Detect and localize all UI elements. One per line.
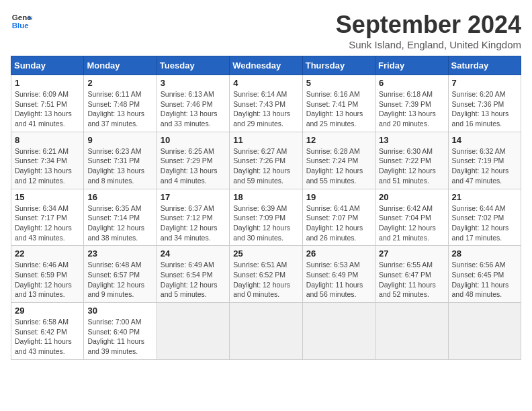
- weekday-header-saturday: Saturday: [448, 56, 521, 75]
- day-number: 18: [233, 192, 298, 202]
- day-info: Sunrise: 6:21 AM Sunset: 7:34 PM Dayligh…: [15, 146, 80, 186]
- calendar-cell: 15Sunrise: 6:34 AM Sunset: 7:17 PM Dayli…: [11, 189, 84, 246]
- day-number: 17: [161, 192, 226, 202]
- calendar-cell: 11Sunrise: 6:27 AM Sunset: 7:26 PM Dayli…: [230, 132, 302, 189]
- page-header: General Blue September 2024 Sunk Island,…: [11, 11, 521, 50]
- calendar-cell: 14Sunrise: 6:32 AM Sunset: 7:19 PM Dayli…: [448, 132, 521, 189]
- calendar-cell: 5Sunrise: 6:16 AM Sunset: 7:41 PM Daylig…: [302, 75, 375, 132]
- calendar-cell: 24Sunrise: 6:49 AM Sunset: 6:54 PM Dayli…: [157, 246, 229, 303]
- day-info: Sunrise: 6:09 AM Sunset: 7:51 PM Dayligh…: [15, 89, 80, 129]
- calendar-cell: 19Sunrise: 6:41 AM Sunset: 7:07 PM Dayli…: [302, 189, 375, 246]
- day-info: Sunrise: 6:23 AM Sunset: 7:31 PM Dayligh…: [87, 146, 152, 186]
- day-number: 11: [233, 135, 298, 145]
- day-info: Sunrise: 6:34 AM Sunset: 7:17 PM Dayligh…: [15, 203, 80, 243]
- calendar-cell: 1Sunrise: 6:09 AM Sunset: 7:51 PM Daylig…: [11, 75, 84, 132]
- weekday-header-monday: Monday: [84, 56, 157, 75]
- day-info: Sunrise: 6:14 AM Sunset: 7:43 PM Dayligh…: [233, 89, 298, 129]
- day-number: 5: [306, 78, 371, 88]
- calendar-cell: [157, 303, 229, 360]
- calendar-cell: 10Sunrise: 6:25 AM Sunset: 7:29 PM Dayli…: [157, 132, 229, 189]
- day-number: 12: [306, 135, 371, 145]
- day-number: 24: [161, 248, 226, 259]
- calendar-cell: 18Sunrise: 6:39 AM Sunset: 7:09 PM Dayli…: [230, 189, 302, 246]
- day-number: 7: [452, 78, 517, 88]
- day-info: Sunrise: 6:28 AM Sunset: 7:24 PM Dayligh…: [306, 146, 371, 186]
- day-info: Sunrise: 6:49 AM Sunset: 6:54 PM Dayligh…: [161, 260, 226, 300]
- calendar-cell: 20Sunrise: 6:42 AM Sunset: 7:04 PM Dayli…: [375, 189, 448, 246]
- calendar-cell: 4Sunrise: 6:14 AM Sunset: 7:43 PM Daylig…: [230, 75, 302, 132]
- title-block: September 2024 Sunk Island, England, Uni…: [336, 11, 521, 50]
- day-info: Sunrise: 6:51 AM Sunset: 6:52 PM Dayligh…: [233, 260, 298, 300]
- day-info: Sunrise: 6:13 AM Sunset: 7:46 PM Dayligh…: [161, 89, 226, 129]
- day-number: 20: [379, 192, 444, 202]
- calendar-week-4: 22Sunrise: 6:46 AM Sunset: 6:59 PM Dayli…: [11, 246, 521, 303]
- day-number: 25: [233, 248, 298, 259]
- day-number: 6: [379, 78, 444, 88]
- calendar-week-2: 8Sunrise: 6:21 AM Sunset: 7:34 PM Daylig…: [11, 132, 521, 189]
- day-number: 15: [15, 192, 80, 202]
- day-info: Sunrise: 6:56 AM Sunset: 6:45 PM Dayligh…: [452, 260, 517, 300]
- calendar-week-1: 1Sunrise: 6:09 AM Sunset: 7:51 PM Daylig…: [11, 75, 521, 132]
- calendar-cell: 28Sunrise: 6:56 AM Sunset: 6:45 PM Dayli…: [448, 246, 521, 303]
- weekday-header-row: SundayMondayTuesdayWednesdayThursdayFrid…: [11, 56, 521, 75]
- day-number: 30: [87, 306, 152, 316]
- calendar-cell: 26Sunrise: 6:53 AM Sunset: 6:49 PM Dayli…: [302, 246, 375, 303]
- day-number: 1: [15, 78, 80, 88]
- day-info: Sunrise: 6:41 AM Sunset: 7:07 PM Dayligh…: [306, 203, 371, 243]
- calendar-cell: [230, 303, 302, 360]
- day-info: Sunrise: 6:44 AM Sunset: 7:02 PM Dayligh…: [452, 203, 517, 243]
- calendar-cell: 13Sunrise: 6:30 AM Sunset: 7:22 PM Dayli…: [375, 132, 448, 189]
- calendar-cell: 2Sunrise: 6:11 AM Sunset: 7:48 PM Daylig…: [84, 75, 157, 132]
- logo-icon: General Blue: [11, 11, 32, 32]
- day-number: 23: [87, 248, 152, 259]
- weekday-header-sunday: Sunday: [11, 56, 84, 75]
- day-info: Sunrise: 6:35 AM Sunset: 7:14 PM Dayligh…: [87, 203, 152, 243]
- day-number: 2: [87, 78, 152, 88]
- calendar-cell: 23Sunrise: 6:48 AM Sunset: 6:57 PM Dayli…: [84, 246, 157, 303]
- logo: General Blue: [11, 11, 32, 32]
- day-info: Sunrise: 6:20 AM Sunset: 7:36 PM Dayligh…: [452, 89, 517, 129]
- calendar-cell: [302, 303, 375, 360]
- day-number: 26: [306, 248, 371, 259]
- day-info: Sunrise: 6:46 AM Sunset: 6:59 PM Dayligh…: [15, 260, 80, 300]
- day-info: Sunrise: 7:00 AM Sunset: 6:40 PM Dayligh…: [87, 317, 152, 357]
- weekday-header-wednesday: Wednesday: [230, 56, 302, 75]
- day-info: Sunrise: 6:39 AM Sunset: 7:09 PM Dayligh…: [233, 203, 298, 243]
- day-number: 8: [15, 135, 80, 145]
- calendar-cell: 16Sunrise: 6:35 AM Sunset: 7:14 PM Dayli…: [84, 189, 157, 246]
- day-number: 28: [452, 248, 517, 259]
- calendar-week-3: 15Sunrise: 6:34 AM Sunset: 7:17 PM Dayli…: [11, 189, 521, 246]
- weekday-header-thursday: Thursday: [302, 56, 375, 75]
- day-info: Sunrise: 6:30 AM Sunset: 7:22 PM Dayligh…: [379, 146, 444, 186]
- calendar-cell: 3Sunrise: 6:13 AM Sunset: 7:46 PM Daylig…: [157, 75, 229, 132]
- calendar-cell: 22Sunrise: 6:46 AM Sunset: 6:59 PM Dayli…: [11, 246, 84, 303]
- day-info: Sunrise: 6:58 AM Sunset: 6:42 PM Dayligh…: [15, 317, 80, 357]
- month-title: September 2024: [336, 11, 521, 39]
- location-subtitle: Sunk Island, England, United Kingdom: [336, 39, 521, 50]
- calendar-cell: 9Sunrise: 6:23 AM Sunset: 7:31 PM Daylig…: [84, 132, 157, 189]
- svg-text:Blue: Blue: [12, 21, 30, 30]
- calendar-cell: 25Sunrise: 6:51 AM Sunset: 6:52 PM Dayli…: [230, 246, 302, 303]
- calendar-cell: 21Sunrise: 6:44 AM Sunset: 7:02 PM Dayli…: [448, 189, 521, 246]
- calendar-cell: 30Sunrise: 7:00 AM Sunset: 6:40 PM Dayli…: [84, 303, 157, 360]
- day-number: 21: [452, 192, 517, 202]
- day-info: Sunrise: 6:37 AM Sunset: 7:12 PM Dayligh…: [161, 203, 226, 243]
- calendar-body: 1Sunrise: 6:09 AM Sunset: 7:51 PM Daylig…: [11, 75, 521, 360]
- day-info: Sunrise: 6:55 AM Sunset: 6:47 PM Dayligh…: [379, 260, 444, 300]
- day-number: 10: [161, 135, 226, 145]
- day-number: 4: [233, 78, 298, 88]
- calendar-cell: 6Sunrise: 6:18 AM Sunset: 7:39 PM Daylig…: [375, 75, 448, 132]
- day-number: 29: [15, 306, 80, 316]
- calendar-cell: [448, 303, 521, 360]
- day-number: 3: [161, 78, 226, 88]
- day-info: Sunrise: 6:18 AM Sunset: 7:39 PM Dayligh…: [379, 89, 444, 129]
- day-number: 27: [379, 248, 444, 259]
- day-number: 14: [452, 135, 517, 145]
- calendar-cell: 27Sunrise: 6:55 AM Sunset: 6:47 PM Dayli…: [375, 246, 448, 303]
- calendar-cell: 29Sunrise: 6:58 AM Sunset: 6:42 PM Dayli…: [11, 303, 84, 360]
- day-number: 19: [306, 192, 371, 202]
- day-info: Sunrise: 6:27 AM Sunset: 7:26 PM Dayligh…: [233, 146, 298, 186]
- day-info: Sunrise: 6:53 AM Sunset: 6:49 PM Dayligh…: [306, 260, 371, 300]
- day-number: 22: [15, 248, 80, 259]
- day-info: Sunrise: 6:25 AM Sunset: 7:29 PM Dayligh…: [161, 146, 226, 186]
